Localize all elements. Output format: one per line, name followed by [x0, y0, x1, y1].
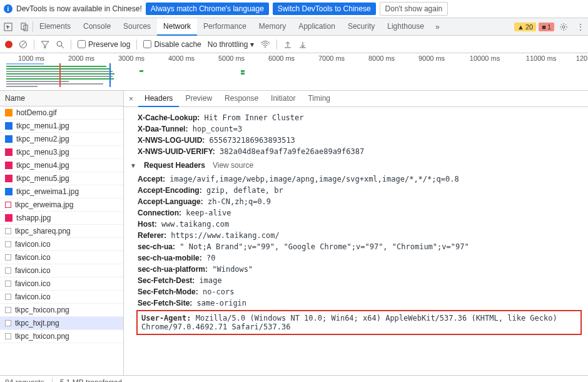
- request-row[interactable]: tkpc_menu2.jpg: [0, 133, 123, 146]
- tab-lighthouse[interactable]: Lighthouse: [381, 18, 430, 36]
- file-name: tkpc_menu1.jpg: [16, 121, 69, 130]
- language-banner: i DevTools is now available in Chinese! …: [0, 0, 588, 18]
- dont-show-button[interactable]: Don't show again: [380, 2, 449, 16]
- detail-tab-timing[interactable]: Timing: [302, 91, 337, 107]
- file-type-icon: [5, 135, 13, 143]
- file-name: tkpc_menu5.jpg: [16, 174, 69, 183]
- close-icon[interactable]: ×: [124, 95, 138, 103]
- throttling-select[interactable]: No throttling ▾: [208, 40, 255, 49]
- request-row[interactable]: tshapp.jpg: [0, 212, 123, 225]
- request-row[interactable]: tkpc_menu1.jpg: [0, 120, 123, 133]
- request-row[interactable]: favicon.ico: [0, 251, 123, 264]
- disable-cache-checkbox[interactable]: Disable cache: [143, 40, 201, 49]
- detail-tab-initiator[interactable]: Initiator: [265, 91, 302, 107]
- status-bar: 84 requests 5.1 MB transferred: [0, 375, 588, 382]
- headers-body[interactable]: X-Cache-Lookup: Hit From Inner ClusterX-…: [124, 107, 588, 375]
- switch-chinese-button[interactable]: Switch DevTools to Chinese: [273, 3, 376, 15]
- more-tabs-icon[interactable]: »: [430, 23, 445, 31]
- request-row[interactable]: favicon.ico: [0, 277, 123, 291]
- detail-tab-headers[interactable]: Headers: [138, 91, 179, 107]
- separator: [136, 39, 137, 49]
- download-icon[interactable]: [298, 40, 307, 49]
- file-name: hotDemo.gif: [16, 108, 57, 117]
- request-row[interactable]: tkpc_hxicon.png: [0, 304, 123, 317]
- file-name: tshapp.jpg: [16, 214, 51, 222]
- timeline-tick: 9000 ms: [418, 54, 445, 62]
- timeline-tick: 1000 ms: [18, 54, 44, 62]
- file-type-icon: [5, 188, 13, 195]
- file-type-icon: [5, 241, 11, 247]
- file-type-icon: [5, 281, 11, 287]
- svg-point-3: [562, 26, 565, 28]
- chevron-down-icon: ▾: [250, 40, 254, 49]
- request-row[interactable]: tkpc_hxicon.png: [0, 330, 123, 343]
- file-name: tkpc_shareq.png: [15, 227, 71, 235]
- file-name: tkpc_hxicon.png: [15, 332, 69, 341]
- tab-security[interactable]: Security: [342, 18, 381, 36]
- tab-network[interactable]: Network: [157, 18, 197, 36]
- inspect-icon[interactable]: [0, 23, 16, 31]
- request-row[interactable]: tkpc_menu4.jpg: [0, 159, 123, 172]
- record-button[interactable]: [5, 41, 13, 48]
- name-column-header[interactable]: Name: [0, 91, 123, 106]
- tab-elements[interactable]: Elements: [33, 18, 77, 36]
- request-header-line: Accept-Language: zh-CN,zh;q=0.9: [138, 197, 582, 206]
- request-row[interactable]: favicon.ico: [0, 264, 123, 277]
- request-row[interactable]: favicon.ico: [0, 238, 123, 251]
- warning-badge[interactable]: ▲ 20: [514, 23, 536, 31]
- tab-performance[interactable]: Performance: [197, 18, 253, 36]
- detail-tab-response[interactable]: Response: [218, 91, 265, 107]
- request-list: Name hotDemo.giftkpc_menu1.jpgtkpc_menu2…: [0, 91, 124, 375]
- preserve-log-checkbox[interactable]: Preserve log: [78, 40, 130, 49]
- request-row[interactable]: tkpc_erweima.jpg: [0, 199, 123, 212]
- detail-tabs: × HeadersPreviewResponseInitiatorTiming: [124, 91, 588, 107]
- response-header-line: X-Cache-Lookup: Hit From Inner Cluster: [138, 113, 582, 122]
- file-type-icon: [5, 267, 11, 274]
- filter-icon[interactable]: [41, 40, 49, 49]
- request-header-line: Sec-Fetch-Site: same-origin: [138, 299, 582, 307]
- file-name: favicon.ico: [15, 253, 51, 262]
- tab-memory[interactable]: Memory: [253, 18, 292, 36]
- file-type-icon: [5, 333, 11, 339]
- detail-tab-preview[interactable]: Preview: [179, 91, 218, 107]
- timeline-tick: 3000 ms: [118, 54, 144, 62]
- timeline-overview[interactable]: 1000 ms2000 ms3000 ms4000 ms5000 ms6000 …: [0, 53, 588, 91]
- triangle-down-icon: ▼: [130, 162, 136, 169]
- wifi-icon[interactable]: [260, 40, 270, 49]
- network-toolbar: Preserve log Disable cache No throttling…: [0, 36, 588, 53]
- tab-application[interactable]: Application: [292, 18, 342, 36]
- clear-icon[interactable]: [19, 40, 28, 49]
- late-bar: [139, 70, 143, 72]
- file-type-icon: [5, 307, 11, 313]
- file-name: tkpc_menu2.jpg: [16, 135, 69, 143]
- load-marker: [109, 63, 111, 87]
- request-row[interactable]: hotDemo.gif: [0, 106, 123, 120]
- upload-icon[interactable]: [283, 40, 292, 49]
- error-badge[interactable]: ■ 1: [539, 23, 554, 31]
- file-type-icon: [5, 122, 13, 130]
- request-headers-title: Request Headers: [144, 161, 205, 170]
- request-row[interactable]: tkpc_erweima1.jpg: [0, 185, 123, 199]
- device-icon[interactable]: [16, 23, 33, 31]
- request-row[interactable]: tkpc_shareq.png: [0, 225, 123, 238]
- request-row[interactable]: tkpc_menu3.jpg: [0, 146, 123, 159]
- request-row[interactable]: tkpc_hxjt.png: [0, 317, 123, 330]
- more-menu-icon[interactable]: ⋮: [573, 23, 588, 31]
- file-name: tkpc_hxicon.png: [15, 306, 69, 314]
- file-type-icon: [5, 148, 13, 156]
- file-name: favicon.ico: [15, 266, 51, 275]
- file-name: tkpc_menu3.jpg: [16, 148, 69, 157]
- tab-sources[interactable]: Sources: [117, 18, 157, 36]
- status-transferred: 5.1 MB transferred: [52, 378, 122, 383]
- late-bar: [241, 70, 245, 72]
- request-row[interactable]: tkpc_menu5.jpg: [0, 172, 123, 185]
- timeline-tick: 7000 ms: [318, 54, 345, 62]
- tab-console[interactable]: Console: [77, 18, 117, 36]
- match-language-button[interactable]: Always match Chrome's language: [146, 3, 269, 15]
- request-row[interactable]: favicon.ico: [0, 291, 123, 304]
- settings-icon[interactable]: [554, 23, 573, 31]
- view-source-link[interactable]: View source: [213, 161, 253, 170]
- request-headers-section[interactable]: ▼ Request Headers View source: [130, 161, 582, 170]
- file-type-icon: [5, 109, 13, 116]
- search-icon[interactable]: [56, 40, 64, 49]
